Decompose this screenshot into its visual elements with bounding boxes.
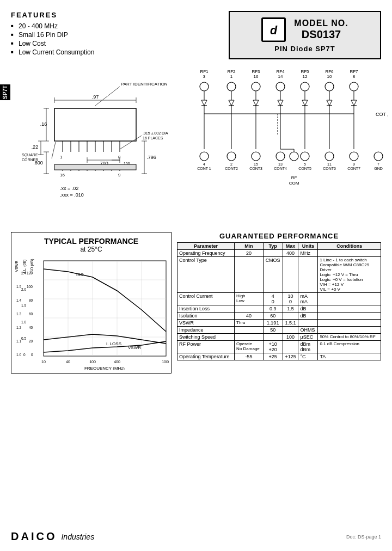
svg-text:8: 8 xyxy=(353,74,356,79)
svg-text:CONT6: CONT6 xyxy=(323,167,336,170)
pin-diagram-svg: RF1 3 RF2 1 RF3 16 RF4 14 RF5 12 RF6 10 … xyxy=(191,65,392,228)
svg-text:RF4: RF4 xyxy=(276,69,285,74)
svg-text:1: 1 xyxy=(60,155,63,160)
svg-point-127 xyxy=(350,152,358,161)
svg-point-122 xyxy=(227,152,236,161)
svg-text:7: 7 xyxy=(377,162,379,166)
svg-line-25 xyxy=(120,136,142,149)
pin-diagram-section: RF1 3 RF2 1 RF3 16 RF4 14 RF5 12 RF6 10 … xyxy=(191,65,392,229)
svg-text:100: 100 xyxy=(27,285,33,289)
svg-text:4: 4 xyxy=(203,162,205,166)
svg-text:COT ,: COT , xyxy=(376,112,389,117)
svg-text:16: 16 xyxy=(254,74,259,79)
svg-text:1.5: 1.5 xyxy=(16,285,21,289)
svg-text:3: 3 xyxy=(203,74,206,79)
svg-text:2.0: 2.0 xyxy=(21,287,26,291)
svg-text:.22: .22 xyxy=(32,144,39,150)
chart-title: TYPICAL PERFORMANCE xyxy=(44,237,138,246)
feature-item-1: 20 - 400 MHz xyxy=(11,22,174,30)
svg-text:400: 400 xyxy=(114,360,120,364)
company-subtitle: Industries xyxy=(61,532,94,541)
chart-subtitle: at 25°C xyxy=(80,246,102,253)
svg-text:.16: .16 xyxy=(40,121,47,127)
table-row: RF Power OperateNo Damage +10+20 dBmdBm … xyxy=(177,341,381,353)
svg-marker-96 xyxy=(278,100,283,106)
svg-line-37 xyxy=(52,142,56,158)
table-row: Operating Temperature -55 +25 +125 °C TA xyxy=(177,353,381,360)
model-number: DS0137 xyxy=(294,28,348,41)
svg-text:15: 15 xyxy=(254,162,258,166)
svg-rect-2 xyxy=(54,108,136,141)
svg-text:100: 100 xyxy=(89,360,96,364)
svg-text:2.4: 2.4 xyxy=(21,271,26,275)
svg-text:CONT5: CONT5 xyxy=(298,167,311,170)
table-row: Switching Speed 100 µSEC 50% Control to … xyxy=(177,334,381,341)
table-row: Impedance 50 OHMS xyxy=(177,327,381,334)
svg-text:80: 80 xyxy=(29,298,33,302)
col-typ: Typ xyxy=(263,243,283,250)
svg-text:1: 1 xyxy=(230,74,233,79)
svg-text:10: 10 xyxy=(41,360,46,364)
svg-text:1.2: 1.2 xyxy=(16,326,21,329)
features-section: FEATURES 20 - 400 MHz Small 16 Pin DIP L… xyxy=(11,11,174,57)
svg-point-121 xyxy=(200,152,209,161)
svg-text:1.4: 1.4 xyxy=(16,298,21,302)
col-parameter: Parameter xyxy=(177,243,235,250)
svg-point-79 xyxy=(276,82,285,91)
svg-point-78 xyxy=(252,82,260,91)
svg-text:8: 8 xyxy=(118,155,121,160)
svg-text:11: 11 xyxy=(327,162,332,166)
feature-item-4: Low Current Consumption xyxy=(11,48,174,56)
svg-text:VSWR: VSWR xyxy=(128,345,141,350)
svg-text:.600: .600 xyxy=(33,160,43,166)
svg-marker-100 xyxy=(302,100,308,106)
svg-text:1000: 1000 xyxy=(162,360,169,364)
daico-footer: DAICO Industries xyxy=(11,530,94,543)
svg-text:1.3: 1.3 xyxy=(16,312,21,316)
svg-text:14: 14 xyxy=(278,74,283,79)
svg-text:16 PLACES: 16 PLACES xyxy=(143,136,163,140)
svg-marker-88 xyxy=(229,100,234,106)
svg-text:VSWR: VSWR xyxy=(15,261,19,272)
svg-point-123 xyxy=(252,152,260,161)
svg-point-77 xyxy=(227,82,236,91)
svg-text:120: 120 xyxy=(27,271,33,275)
svg-text:40: 40 xyxy=(29,326,33,329)
svg-text:40: 40 xyxy=(66,360,70,364)
features-list: 20 - 400 MHz Small 16 Pin DIP Low Cost L… xyxy=(11,22,174,56)
svg-text:1.0: 1.0 xyxy=(16,353,21,357)
bottom-section: TYPICAL PERFORMANCE at 25°C VSWR I.L. (d… xyxy=(11,232,381,374)
svg-text:d: d xyxy=(270,23,278,36)
svg-text:CONT4: CONT4 xyxy=(274,167,287,170)
svg-text:ISO: ISO xyxy=(76,272,84,277)
svg-text:.796: .796 xyxy=(146,155,156,160)
table-row: Control Type CMOS 1 Line - 1 to each swi… xyxy=(177,257,381,293)
svg-text:I. LOSS: I. LOSS xyxy=(106,341,121,346)
svg-text:9: 9 xyxy=(353,162,355,166)
svg-marker-84 xyxy=(201,100,207,106)
svg-text:RF2: RF2 xyxy=(227,69,236,74)
svg-point-124 xyxy=(276,152,285,161)
footer: DAICO Industries Doc: DS-page 1 xyxy=(11,530,381,543)
svg-text:RF3: RF3 xyxy=(252,69,260,74)
svg-text:COM: COM xyxy=(289,181,299,186)
svg-text:CONT 1: CONT 1 xyxy=(197,167,211,170)
svg-marker-108 xyxy=(351,100,357,106)
model-text: MODEL NO. DS0137 xyxy=(294,19,348,41)
svg-text:16: 16 xyxy=(60,173,65,177)
col-conditions: Conditions xyxy=(318,243,381,250)
svg-line-23 xyxy=(95,87,120,106)
svg-text:1.5: 1.5 xyxy=(21,304,26,308)
chart-section: TYPICAL PERFORMANCE at 25°C VSWR I.L. (d… xyxy=(11,232,171,374)
svg-text:.97: .97 xyxy=(92,94,99,100)
table-row: Insertion Loss 0.9 1.5 dB xyxy=(177,305,381,313)
table-row: Control Current HighLow 40 100 mAmA xyxy=(177,293,381,305)
feature-item-3: Low Cost xyxy=(11,40,174,47)
svg-text:20: 20 xyxy=(29,339,33,343)
svg-text:GND: GND xyxy=(374,167,383,170)
svg-rect-51 xyxy=(54,164,136,170)
svg-point-128 xyxy=(374,152,383,161)
col-max: Max xyxy=(283,243,298,250)
table-row: Operating Frequency 20 400 MHz xyxy=(177,250,381,257)
svg-marker-104 xyxy=(327,100,332,106)
